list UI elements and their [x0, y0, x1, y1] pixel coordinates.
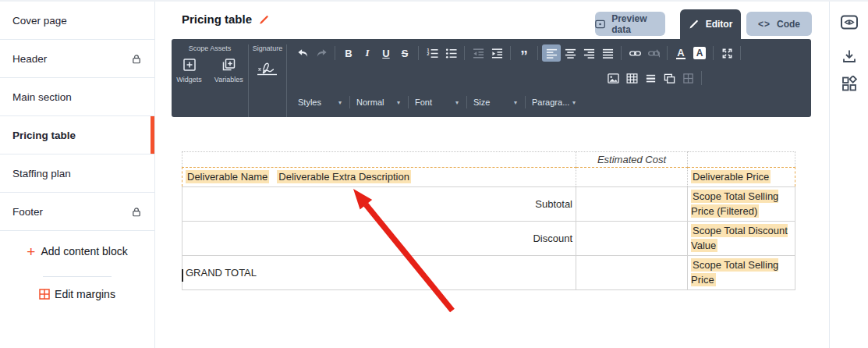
- sidebar-item-footer[interactable]: Footer: [0, 193, 154, 231]
- sidebar-divider: [43, 276, 112, 277]
- unlink-button[interactable]: [644, 44, 663, 62]
- align-right-button[interactable]: [579, 44, 598, 62]
- toolbar-dropdowns-row: Styles ▾ Normal ▾ Font ▾ Size ▾: [289, 89, 811, 115]
- table-row-grand-total[interactable]: GRAND TOTAL Scope Total Selling Price: [182, 255, 795, 289]
- numbered-list-icon: 12: [427, 48, 438, 59]
- deliverable-fields-cell[interactable]: Deliverable NameDeliverable Extra Descri…: [182, 168, 576, 187]
- font-dropdown[interactable]: Font ▾: [412, 98, 463, 107]
- variables-button[interactable]: Variables: [214, 57, 243, 83]
- section-title: Pricing table: [182, 12, 270, 26]
- cell-properties-button[interactable]: [678, 69, 697, 87]
- numbered-list-button[interactable]: 12: [423, 44, 441, 62]
- grand-total-label-cell[interactable]: GRAND TOTAL: [182, 255, 576, 289]
- horizontal-line-button[interactable]: [641, 69, 660, 87]
- undo-button[interactable]: [293, 44, 312, 62]
- table-row-subtotal[interactable]: Subtotal Scope Total Selling Price (Filt…: [182, 186, 795, 221]
- subtotal-label-cell[interactable]: Subtotal: [182, 186, 576, 221]
- toolbar-row-2: [289, 67, 811, 89]
- scope-assets-label: Scope Assets: [189, 44, 232, 52]
- table-row-estimated-cost[interactable]: Estimated Cost: [182, 152, 795, 168]
- table-row-field-tokens[interactable]: Deliverable NameDeliverable Extra Descri…: [182, 168, 795, 187]
- deliverable-price-cell[interactable]: Deliverable Price: [688, 168, 795, 187]
- blockquote-button[interactable]: ”: [515, 44, 533, 62]
- empty-cell[interactable]: [576, 221, 688, 255]
- tab-code[interactable]: <> Code: [746, 12, 812, 36]
- insert-image-button[interactable]: [604, 69, 622, 87]
- estimated-cost-cell[interactable]: Estimated Cost: [576, 152, 688, 168]
- text-color-button[interactable]: A: [671, 44, 690, 62]
- discount-label-cell[interactable]: Discount: [182, 221, 576, 255]
- code-icon: <>: [758, 19, 771, 30]
- subtotal-value-token[interactable]: Scope Total Selling Price (Filtered): [691, 190, 778, 218]
- pricing-table-editor[interactable]: Estimated Cost Deliverable NameDeliverab…: [182, 151, 795, 290]
- empty-cell[interactable]: [182, 152, 576, 168]
- align-center-button[interactable]: [561, 44, 579, 62]
- signature-button[interactable]: [256, 60, 279, 80]
- image-icon: [608, 73, 619, 84]
- widgets-icon: [182, 57, 197, 73]
- tab-preview-data[interactable]: Preview data: [595, 12, 665, 36]
- table-row-discount[interactable]: Discount Scope Total Discount Value: [182, 221, 795, 255]
- preview-button[interactable]: [840, 14, 859, 34]
- styles-dropdown[interactable]: Styles ▾: [295, 98, 346, 107]
- underline-button[interactable]: U: [377, 44, 395, 62]
- format-dropdown[interactable]: Normal ▾: [353, 98, 405, 107]
- background-color-button[interactable]: A: [690, 44, 709, 62]
- widgets-button[interactable]: Widgets: [176, 57, 202, 83]
- empty-cell[interactable]: [576, 255, 688, 289]
- bulleted-list-button[interactable]: [441, 44, 460, 62]
- align-left-button[interactable]: [542, 44, 561, 62]
- download-button[interactable]: [841, 48, 857, 67]
- size-dropdown[interactable]: Size ▾: [470, 98, 522, 107]
- toolbar-separator: [621, 46, 622, 60]
- justify-button[interactable]: [598, 44, 617, 62]
- strikethrough-button[interactable]: S: [395, 44, 414, 62]
- sidebar-item-header[interactable]: Header: [0, 40, 154, 78]
- redo-icon: [316, 48, 328, 59]
- empty-cell[interactable]: [688, 152, 795, 168]
- grand-total-label: GRAND TOTAL: [186, 267, 257, 279]
- link-icon: [629, 48, 641, 59]
- toolbar-separator: [466, 96, 467, 108]
- deliverable-price-token[interactable]: Deliverable Price: [691, 170, 771, 183]
- increase-indent-button[interactable]: [487, 44, 506, 62]
- italic-icon: I: [365, 47, 369, 59]
- right-icon-rail: [829, 2, 868, 348]
- sidebar-item-pricing-table[interactable]: Pricing table: [0, 116, 154, 154]
- lock-icon: [131, 53, 142, 65]
- sidebar-item-main-section[interactable]: Main section: [0, 78, 154, 116]
- decrease-indent-button[interactable]: [469, 44, 487, 62]
- deliverable-extra-description-token[interactable]: Deliverable Extra Description: [277, 170, 411, 183]
- redo-button[interactable]: [312, 44, 331, 62]
- grand-total-value-token[interactable]: Scope Total Selling Price: [691, 258, 778, 287]
- insert-table-button[interactable]: [622, 69, 641, 87]
- toolbar-buttons-area: B I U S 12: [289, 39, 811, 117]
- subtotal-value-cell[interactable]: Scope Total Selling Price (Filtered): [688, 186, 795, 221]
- bold-button[interactable]: B: [339, 44, 358, 62]
- paragraph-dropdown[interactable]: Paragra... ▾: [529, 98, 580, 107]
- empty-cell[interactable]: [576, 186, 688, 221]
- toolbar-separator: [701, 71, 702, 85]
- sidebar-item-staffing-plan[interactable]: Staffing plan: [0, 154, 154, 193]
- add-content-block-button[interactable]: + Add content block: [0, 233, 154, 270]
- toolbar-separator: [713, 46, 714, 60]
- tab-editor[interactable]: Editor: [680, 9, 741, 39]
- tab-label: Editor: [706, 19, 733, 30]
- preview-eye-icon: [840, 14, 859, 30]
- format-dropdown-label: Normal: [356, 98, 384, 107]
- italic-button[interactable]: I: [358, 44, 377, 62]
- discount-value-cell[interactable]: Scope Total Discount Value: [688, 221, 795, 255]
- empty-cell[interactable]: [576, 168, 688, 187]
- content-blocks-button[interactable]: [841, 76, 857, 95]
- edit-margins-button[interactable]: Edit margins: [0, 288, 154, 300]
- toolbar-separator: [537, 46, 538, 60]
- sidebar-item-cover-page[interactable]: Cover page: [0, 2, 154, 40]
- grand-total-value-cell[interactable]: Scope Total Selling Price: [688, 255, 795, 289]
- page-break-button[interactable]: [660, 69, 678, 87]
- link-button[interactable]: [625, 44, 644, 62]
- discount-value-token[interactable]: Scope Total Discount Value: [691, 224, 788, 253]
- rename-pencil-icon[interactable]: [259, 14, 270, 25]
- maximize-button[interactable]: [717, 44, 736, 62]
- deliverable-name-token[interactable]: Deliverable Name: [186, 170, 269, 183]
- edit-margins-label: Edit margins: [55, 288, 115, 300]
